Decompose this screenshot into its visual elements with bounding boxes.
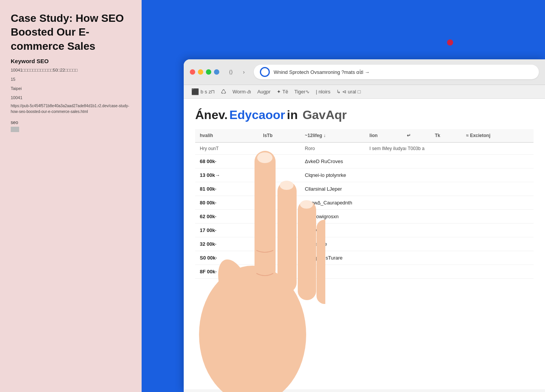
grid-icon: ⬛ [191, 88, 199, 95]
row-3-keyword: Cllarsinal LJeper [300, 182, 534, 196]
browser-logo-circle [260, 67, 270, 77]
row-5-keyword: Ehalfowigrosxn [300, 210, 534, 224]
table-row: 8F 00k· [195, 265, 534, 279]
row-3-kd: Egry [258, 182, 300, 196]
row-8-keyword: OhrepemsTurare [300, 251, 534, 265]
toolbar-label-augpr: Augpr [257, 89, 271, 95]
table-row: 62 00k· Bury Ehalfowigrosxn [195, 210, 534, 224]
toolbar-nloirs[interactable]: | nloirs [316, 89, 330, 95]
blue-header-bg [142, 0, 545, 67]
row-4-kd: Bylg [258, 196, 300, 210]
heading-part1: Ánev. [195, 108, 228, 122]
subheader-col2: Roro [300, 142, 365, 155]
meta-postal: 10041 [11, 94, 131, 102]
heading-part4: in [287, 108, 298, 122]
table-header-row: hvalih lsТb ~12lifeg ↓ lion ↵ Tk ≈ Excie… [195, 129, 534, 142]
toolbar-icon-flag: ✦ [277, 89, 281, 95]
row-8-kd: Nillv [258, 251, 300, 265]
table-row: 32 00k· Bory Eowerave [195, 237, 534, 251]
row-3-vol: 81 00k· [195, 182, 258, 196]
row-5-kd: Bury [258, 210, 300, 224]
row-8-vol: S0 00k· [195, 251, 258, 265]
browser-nav: ⟨⟩ › [225, 67, 249, 77]
meta-city: Taipei [11, 85, 131, 93]
table-row: 13 00k→ Byrx Clqnei-lo ptolynrke [195, 168, 534, 182]
table-subheader-row: Hry ounТ Roro I sem IMey iludyaı T003b a [195, 142, 534, 155]
toolbar-tiger[interactable]: Tiger∿ [294, 89, 310, 95]
keyword-table: hvalih lsТb ~12lifeg ↓ lion ↵ Tk ≈ Excie… [195, 129, 534, 279]
toolbar-icon-arrow: ↳ ⊲ [336, 89, 346, 95]
refresh-icon: ♺ [221, 88, 226, 95]
row-9-vol: 8F 00k· [195, 265, 258, 279]
col-lstb: lsТb [258, 129, 300, 142]
heading-part2: Edycaoor [229, 108, 285, 122]
page-heading-area: Ánev. Edycaoor in GavAqr [195, 108, 534, 122]
table-row: 17 00k· Rylg Dalywo [195, 224, 534, 237]
tag-box [11, 127, 19, 132]
row-5-vol: 62 00k· [195, 210, 258, 224]
row-6-kd: Rylg [258, 224, 300, 237]
traffic-light-blue [214, 69, 219, 75]
traffic-light-red [190, 69, 195, 75]
left-sidebar: Case Study: How SEO Boosted Our E-commer… [0, 0, 142, 392]
row-9-keyword [300, 265, 534, 279]
table-row: 80 00k· Bylg PonwΔ_Caurapednth [195, 196, 534, 210]
page-title: Case Study: How SEO Boosted Our E-commer… [11, 11, 131, 53]
col-hvalih: hvalih [195, 129, 258, 142]
row-2-keyword: Clqnei-lo ptolynrke [300, 168, 534, 182]
row-2-kd: Byrx [258, 168, 300, 182]
col-excietonj: ≈ Excietonj [462, 129, 534, 142]
red-dot [447, 39, 453, 46]
toolbar-label-nloirs: | nloirs [316, 89, 330, 95]
row-9-kd [258, 265, 300, 279]
meta-url: https://pub-5c454f571b8e40a3a2aad27ade84… [11, 103, 131, 114]
forward-button[interactable]: › [238, 67, 249, 77]
toolbar-refresh[interactable]: ♺ [221, 88, 226, 95]
row-6-vol: 17 00k· [195, 224, 258, 237]
toolbar-te[interactable]: ✦ Tē [277, 89, 288, 95]
traffic-lights [190, 69, 219, 75]
toolbar-icon-grid[interactable]: ⬛ b s z⊓ [191, 88, 215, 95]
col-12lifeg: ~12lifeg ↓ [300, 129, 365, 142]
browser-content: Ánev. Edycaoor in GavAqr hvalih lsТb ~12… [184, 99, 545, 389]
toolbar-label-tiger: Tiger∿ [294, 89, 310, 95]
row-7-kd: Bory [258, 237, 300, 251]
col-tk: Tk [430, 129, 462, 142]
row-1-keyword: ΔvkeD RuCroves [300, 155, 534, 168]
col-arrow: ↵ [402, 129, 430, 142]
browser-chrome: ⟨⟩ › Wnind Sprotech Ovsamroning ?mats αἰ… [184, 59, 545, 85]
subheader-col3: I sem IMey iludyaı T003b a [365, 142, 534, 155]
toolbar-ural[interactable]: ↳ ⊲ ural □ [336, 89, 361, 95]
browser-toolbar: ⬛ b s z⊓ ♺ Worm·ᵭı Augpr ✦ Tē Tiger∿ | n… [184, 85, 545, 99]
address-text: Wnind Sprotech Ovsamroning ?mats αἰtl → [274, 69, 533, 75]
toolbar-worn-ji[interactable]: Worm·ᵭı [232, 89, 251, 95]
toolbar-label-worm: Worm·ᵭı [232, 89, 251, 95]
row-7-vol: 32 00k· [195, 237, 258, 251]
tag-seo: seo [11, 120, 131, 125]
table-row: S0 00k· Nillv OhrepemsTurare [195, 251, 534, 265]
row-2-vol: 13 00k→ [195, 168, 258, 182]
toolbar-icon-square: □ [358, 89, 361, 95]
browser-window: ⟨⟩ › Wnind Sprotech Ovsamroning ?mats αἰ… [184, 59, 545, 392]
row-1-kd: Eory [258, 155, 300, 168]
row-6-keyword: Dalywo [300, 224, 534, 237]
table-row: 68 00k· Eory ΔvkeD RuCroves [195, 155, 534, 168]
row-4-vol: 80 00k· [195, 196, 258, 210]
toolbar-label-te: Tē [282, 89, 288, 95]
traffic-light-green [206, 69, 211, 75]
subheader-col1: Hry ounТ [195, 142, 300, 155]
row-4-keyword: PonwΔ_Caurapednth [300, 196, 534, 210]
row-1-vol: 68 00k· [195, 155, 258, 168]
toolbar-augpr[interactable]: Augpr [257, 89, 271, 95]
traffic-light-yellow [198, 69, 203, 75]
address-bar[interactable]: Wnind Sprotech Ovsamroning ?mats αἰtl → [254, 65, 539, 79]
meta-count: 15 [11, 76, 131, 83]
keyword-seo-label: Keyword SEO [11, 58, 131, 64]
back-button[interactable]: ⟨⟩ [225, 67, 236, 77]
row-7-keyword: Eowerave [300, 237, 534, 251]
heading-part5: GavAqr [302, 108, 347, 122]
col-lion: lion [365, 129, 402, 142]
toolbar-label-1: b s z⊓ [201, 89, 215, 95]
right-panel: 🫧 🫀 💙 🫐 ⟨⟩ › Wnind Sprotech Ovsamroning … [142, 0, 545, 392]
toolbar-label-ural: ural [348, 89, 356, 95]
